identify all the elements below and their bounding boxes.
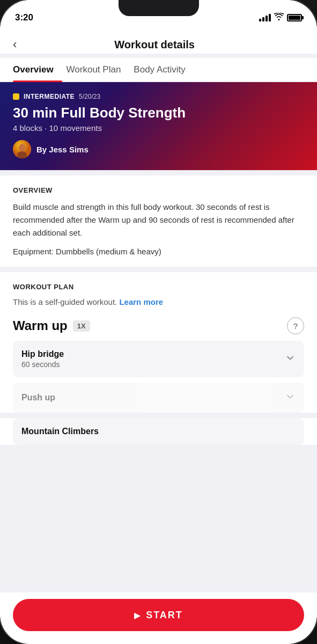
- workout-plan-section-title: WORKOUT PLAN: [13, 283, 304, 291]
- overview-description: Build muscle and strength in this full b…: [13, 201, 304, 239]
- block-title-row: Warm up 1X: [13, 318, 90, 333]
- exercise-item-partial[interactable]: Push up: [13, 383, 304, 413]
- exercise-item[interactable]: Hip bridge 60 seconds: [13, 341, 304, 377]
- page-title: Workout details: [21, 39, 288, 51]
- tab-workout-plan[interactable]: Workout Plan: [67, 58, 130, 82]
- block-name: Warm up: [13, 318, 68, 333]
- instructor-avatar: [13, 140, 31, 158]
- mountain-climbers-item[interactable]: Mountain Climbers: [13, 418, 304, 445]
- tabs-bar: Overview Workout Plan Body Activity: [0, 58, 317, 82]
- tab-body-activity[interactable]: Body Activity: [134, 58, 194, 82]
- back-button[interactable]: ‹: [13, 35, 21, 54]
- header: ‹ Workout details: [0, 29, 317, 54]
- mountain-climbers-name: Mountain Climbers: [21, 427, 99, 436]
- play-icon: ▶: [134, 610, 141, 620]
- exercise-info-partial: Push up: [21, 393, 285, 402]
- workout-date: 5/20/23: [79, 93, 100, 100]
- hero-banner: INTERMEDIATE 5/20/23 30 min Full Body St…: [0, 82, 317, 170]
- battery-icon: [287, 14, 302, 21]
- equipment-text: Equipment: Dumbbells (medium & heavy): [13, 247, 304, 256]
- instructor-row: By Jess Sims: [13, 140, 304, 158]
- overview-section-title: OVERVIEW: [13, 186, 304, 194]
- notch: [119, 0, 199, 16]
- chevron-down-icon: [285, 353, 296, 366]
- level-badge: INTERMEDIATE: [24, 93, 75, 100]
- wifi-icon: [274, 13, 284, 23]
- workout-plan-card: WORKOUT PLAN This is a self-guided worko…: [0, 272, 317, 413]
- chevron-down-icon-partial: [285, 391, 296, 404]
- overview-card: OVERVIEW Build muscle and strength in th…: [0, 175, 317, 267]
- start-label: START: [146, 610, 183, 621]
- info-button[interactable]: ?: [287, 317, 304, 334]
- exercise-name-partial: Push up: [21, 393, 285, 402]
- level-dot-icon: [13, 93, 19, 100]
- block-count: 1X: [73, 320, 90, 332]
- tab-overview[interactable]: Overview: [13, 58, 62, 82]
- svg-point-1: [19, 144, 25, 151]
- start-button-container: ▶ START: [0, 592, 317, 644]
- status-time: 3:20: [15, 12, 33, 23]
- learn-more-link[interactable]: Learn more: [119, 297, 163, 306]
- signal-bars-icon: [259, 14, 271, 21]
- warm-up-block-header: Warm up 1X ?: [13, 317, 304, 334]
- mountain-climbers-section: Mountain Climbers: [0, 418, 317, 445]
- phone-frame: 3:20: [0, 0, 317, 644]
- status-icons: [259, 13, 302, 23]
- hero-badge-row: INTERMEDIATE 5/20/23: [13, 93, 304, 100]
- instructor-name: By Jess Sims: [36, 145, 89, 154]
- exercise-info: Hip bridge 60 seconds: [21, 349, 285, 369]
- start-button[interactable]: ▶ START: [13, 599, 304, 631]
- exercise-name: Hip bridge: [21, 349, 285, 359]
- workout-subtitle: 4 blocks · 10 movements: [13, 123, 304, 133]
- self-guided-text: This is a self-guided workout. Learn mor…: [13, 297, 304, 306]
- exercise-duration: 60 seconds: [21, 360, 285, 369]
- phone-screen: 3:20: [0, 0, 317, 644]
- workout-title: 30 min Full Body Strength: [13, 105, 304, 121]
